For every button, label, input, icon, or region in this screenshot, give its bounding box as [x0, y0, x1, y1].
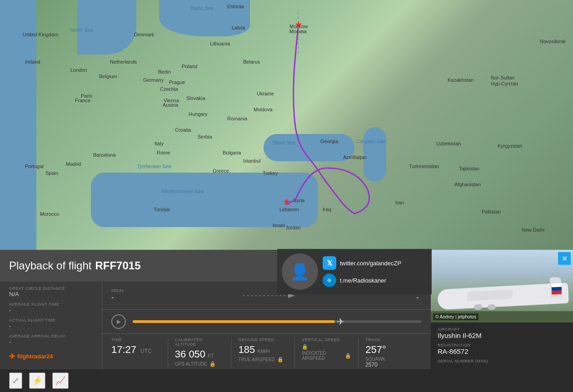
progress-section: ▶ ✈ — [102, 310, 431, 333]
map-label: Moscow — [289, 24, 308, 29]
water-north-sea — [77, 0, 136, 55]
great-circle-stat: GREAT CIRCLE DISTANCE N/A — [9, 286, 93, 298]
social-overlay: 👤 𝕏 twitter.com/galandecZP ✈ t.me/Radios… — [277, 249, 432, 294]
map-label: Kazakhstan — [448, 77, 473, 83]
metric-time: TIME 17:27 UTC — [111, 337, 168, 368]
map-label: Tajikistan — [459, 166, 479, 171]
lock-icon-vs: 🔒 — [302, 344, 308, 350]
progress-aircraft-icon: ✈ — [337, 316, 344, 327]
map-label: Iran — [395, 200, 404, 205]
map-background: ★ ★ Baltic SeaEstoniaNorth SeaLatviaUnit… — [0, 0, 573, 250]
map-label: Moldova — [254, 107, 273, 112]
metric-vertical-speed: VERTICAL SPEED 🔒 INDICATED AIRSPEED 🔒 — [295, 337, 359, 368]
aircraft-info: AIRCRAFT Ilyushin Il-62M REGISTRATION RA… — [431, 323, 573, 372]
map-label: Kyrgyzstan — [498, 143, 522, 149]
metric-track-squawk: TRACK 257° SQUAWK 2570 — [359, 337, 422, 368]
map-container: ★ ★ Baltic SeaEstoniaNorth SeaLatviaUnit… — [0, 0, 573, 250]
map-label: Uzbekistan — [436, 141, 461, 146]
map-label: Poland — [182, 64, 197, 69]
flight-number: RFF7015 — [95, 259, 140, 272]
map-label: Vienna — [164, 98, 179, 103]
departure-marker: ★ — [294, 19, 303, 30]
aircraft-photo: © Andrey | jetphotos — [431, 250, 573, 323]
water-black-sea — [264, 134, 354, 161]
map-label: Afghanistan — [454, 182, 481, 187]
map-label: Tyrrhenian Sea — [137, 164, 171, 169]
progress-bar[interactable]: ✈ — [133, 320, 422, 323]
map-label: Spain — [45, 170, 58, 176]
telegram-icon: ✈ — [323, 273, 336, 287]
twitter-link[interactable]: 𝕏 twitter.com/galandecZP — [323, 256, 401, 270]
water-baltic — [159, 0, 250, 36]
map-label: Istanbul — [243, 158, 261, 164]
map-label: Ukraine — [257, 91, 274, 96]
map-label: Turkmenistan — [409, 164, 439, 169]
social-links: 𝕏 twitter.com/galandecZP ✈ t.me/Radioska… — [323, 256, 401, 287]
map-label: Czechia — [160, 86, 178, 92]
map-label: Berlin — [158, 69, 171, 74]
map-label: Hungary — [189, 111, 208, 117]
water-mediterranean — [91, 173, 318, 227]
twitter-icon: 𝕏 — [323, 256, 336, 270]
photo-credit: © Andrey | jetphotos — [433, 313, 478, 320]
route-from: FROM - — [111, 288, 124, 303]
metric-calibrated-alt: CALIBRATED ALTITUDE 36 050 FT GPS ALTITU… — [168, 337, 232, 368]
map-label: Denmark — [134, 32, 154, 37]
map-label: Rome — [157, 150, 170, 155]
progress-fill — [133, 320, 335, 323]
telegram-link[interactable]: ✈ t.me/Radioskaner — [323, 273, 401, 287]
avg-flight-time-stat: AVERAGE FLIGHT TIME - — [9, 302, 93, 313]
water-caspian — [364, 127, 386, 182]
map-label: Prague — [169, 79, 185, 85]
map-label: Netherlands — [110, 59, 137, 65]
map-label: Italy — [154, 141, 164, 146]
map-label: Нур-Султан — [491, 81, 518, 86]
map-label: Romania — [227, 116, 247, 121]
logo-text: flightradar24 — [17, 353, 53, 360]
map-label: Austria — [163, 102, 178, 108]
map-label: Nur-Sultan — [491, 75, 515, 80]
map-label: Iraq — [323, 207, 331, 212]
map-label: Bulgaria — [223, 150, 241, 155]
metric-ground-speed: GROUND SPEED 185 KM/H TRUE AIRSPEED 🔒 — [232, 337, 295, 368]
flightradar-logo: ✈ flightradar24 — [9, 352, 93, 361]
map-label: New Delhi — [522, 227, 544, 233]
map-label: Serbia — [198, 134, 212, 139]
expand-button[interactable]: ⤢ — [9, 372, 22, 389]
map-label: Madrid — [66, 161, 81, 167]
close-aircraft-panel-button[interactable]: ✕ — [558, 252, 571, 265]
map-label: Slovakia — [186, 95, 205, 101]
lock-icon-ias: 🔒 — [345, 353, 351, 359]
chart-button[interactable]: 📈 — [52, 372, 69, 389]
social-avatar: 👤 — [282, 253, 318, 290]
map-label: Москва — [289, 29, 307, 34]
metrics-row: TIME 17:27 UTC CALIBRATED ALTITUDE 36 05… — [102, 333, 431, 372]
actual-flight-time-stat: ACTUAL FLIGHT TIME - — [9, 318, 93, 329]
map-label: Morocco — [40, 211, 59, 217]
map-label: Pakistan — [482, 209, 501, 214]
map-label: Belarus — [243, 59, 260, 65]
route-button[interactable]: ⚡ — [29, 372, 45, 389]
map-label: France — [75, 98, 90, 103]
bottom-toolbar: ⤢ ⚡ 📈 — [0, 369, 431, 392]
lock-icon-speed: 🔒 — [277, 357, 284, 362]
aircraft-type-field: AIRCRAFT Ilyushin Il-62M — [438, 327, 566, 339]
map-label: Lithuania — [210, 41, 230, 46]
map-label: Barcelona — [93, 152, 116, 158]
flight-title-prefix: Playback of flight — [9, 259, 91, 272]
aircraft-registration-field: REGISTRATION RA-86572 — [438, 343, 566, 355]
aircraft-panel: ✕ © Andrey | jetphotos AIRCRAFT Ilyushin… — [431, 250, 573, 392]
map-label: Paris — [81, 93, 92, 99]
map-label: London — [70, 67, 87, 73]
map-label: Novosibirsk — [540, 39, 566, 44]
aircraft-serial-field: SERIAL NUMBER (MSN) — [438, 359, 566, 363]
map-label: Croatia — [175, 127, 191, 133]
map-label: Germany — [143, 77, 164, 83]
avg-arrival-delay-stat: AVERAGE ARRIVAL DELAY - — [9, 334, 93, 345]
play-button[interactable]: ▶ — [111, 314, 126, 329]
lock-icon-alt: 🔒 — [209, 361, 216, 367]
map-label: Belgium — [99, 74, 117, 79]
water-atlantic — [0, 0, 36, 250]
